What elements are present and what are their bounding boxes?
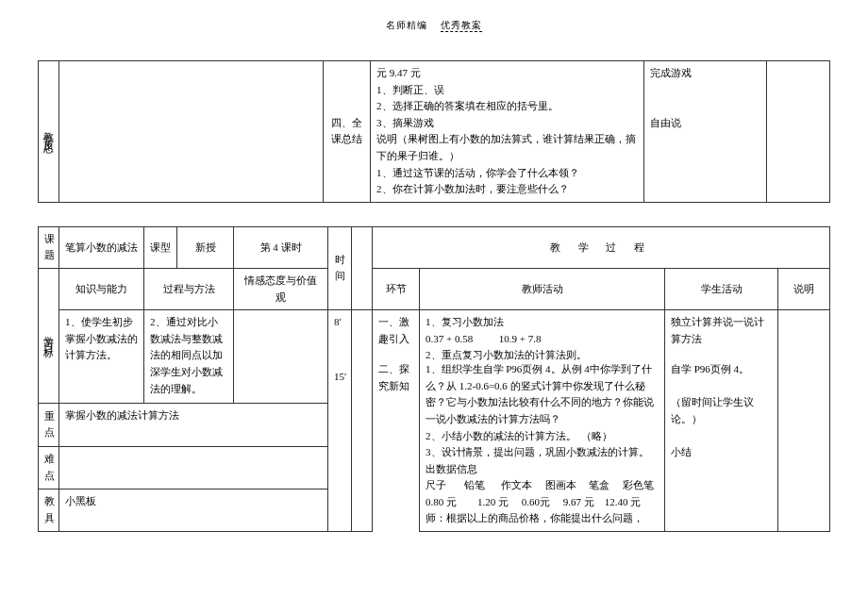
time-blank2 <box>352 310 373 532</box>
tools-label: 教具 <box>39 489 59 531</box>
difficulty-label: 难点 <box>39 446 59 489</box>
student-header: 学生活动 <box>665 268 778 309</box>
time-blank <box>352 226 373 309</box>
note-header: 说明 <box>778 268 830 309</box>
process-method-content: 2、通过对比小数减法与整数减法的相同点以加深学生对小数减法的理解。 <box>144 310 234 404</box>
time-column: 8' 15' <box>328 310 352 532</box>
summary-student: 完成游戏 自由说 <box>644 61 767 203</box>
tools-value: 小黑板 <box>59 489 328 531</box>
goals-label: 学习目标 <box>39 268 59 403</box>
type-value: 新授 <box>177 226 234 268</box>
summary-content: 元 9.47 元 1、判断正、误 2、选择正确的答案填在相应的括号里。 3、摘果… <box>371 61 644 203</box>
knowledge-header: 知识与能力 <box>59 268 144 309</box>
process-method-header: 过程与方法 <box>144 268 234 309</box>
summary-note <box>767 61 830 203</box>
topic-label: 课题 <box>39 226 59 268</box>
process-header: 教 学 过 程 <box>373 226 830 268</box>
segments: 一、激趣引入 二、探究新知 <box>373 310 420 532</box>
table-lesson-plan: 课题 笔算小数的减法 课型 新授 第 4 课时 时间 教 学 过 程 学习目标 … <box>38 226 830 532</box>
notes-col <box>778 310 830 532</box>
teacher-header: 教师活动 <box>420 268 665 309</box>
period-value: 第 4 课时 <box>234 226 328 268</box>
table-reflection: 教学反思 四、全课总结 元 9.47 元 1、判断正、误 2、选择正确的答案填在… <box>38 60 830 203</box>
reflection-blank <box>59 61 324 203</box>
keypoint-label: 重点 <box>39 404 59 446</box>
knowledge-content: 1、使学生初步掌握小数减法的计算方法。 <box>59 310 144 404</box>
page-header: 名师精编 优秀教案 <box>38 19 830 32</box>
type-label: 课型 <box>144 226 177 268</box>
student-activities: 独立计算并说一说计算方法 自学 P96页例 4。 （留时间让学生议论。） 小结 <box>665 310 778 532</box>
header-left: 名师精编 <box>386 20 427 30</box>
difficulty-value <box>59 446 328 489</box>
attitude-header: 情感态度与价值观 <box>234 268 328 309</box>
attitude-content <box>234 310 328 404</box>
header-right: 优秀教案 <box>441 20 482 30</box>
teacher-activities: 1、复习小数加法 0.37 + 0.58 10.9 + 7.8 2、重点复习小数… <box>420 310 665 532</box>
time-label: 时间 <box>328 226 352 309</box>
reflection-label: 教学反思 <box>39 61 59 203</box>
segment-header: 环节 <box>373 268 420 309</box>
keypoint-value: 掌握小数的减法计算方法 <box>59 404 328 446</box>
topic-value: 笔算小数的减法 <box>59 226 144 268</box>
section-summary-label: 四、全课总结 <box>324 61 371 203</box>
